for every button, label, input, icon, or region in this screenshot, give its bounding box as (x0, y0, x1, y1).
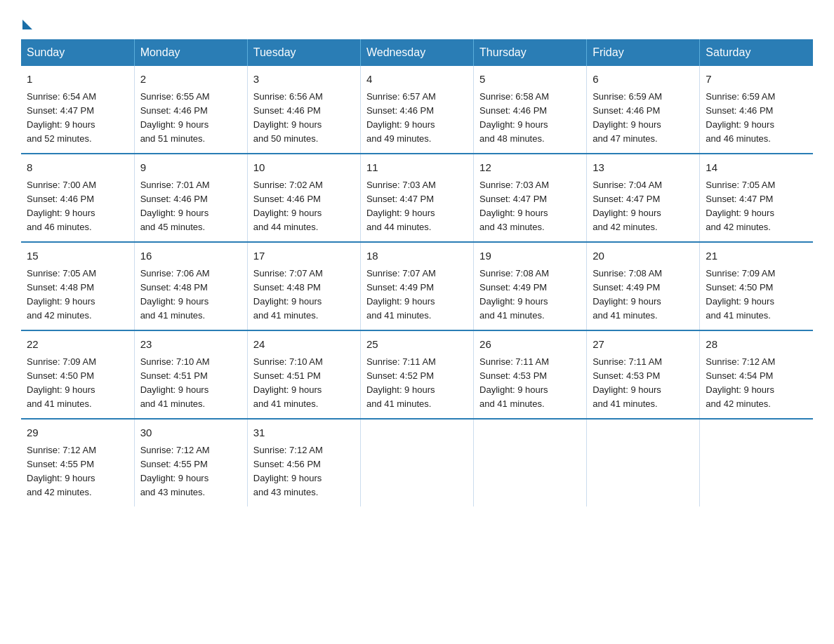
logo (21, 14, 32, 27)
calendar-cell: 12Sunrise: 7:03 AMSunset: 4:47 PMDayligh… (474, 154, 587, 242)
calendar-cell: 3Sunrise: 6:56 AMSunset: 4:46 PMDaylight… (247, 66, 360, 154)
column-header-monday: Monday (134, 39, 247, 66)
calendar-week-row: 22Sunrise: 7:09 AMSunset: 4:50 PMDayligh… (21, 330, 813, 419)
calendar-cell (700, 419, 813, 507)
day-info: Sunrise: 7:12 AMSunset: 4:55 PMDaylight:… (27, 443, 128, 500)
day-info: Sunrise: 7:05 AMSunset: 4:47 PMDaylight:… (706, 178, 807, 235)
day-number: 10 (253, 160, 355, 176)
day-number: 31 (253, 425, 355, 441)
calendar-cell: 29Sunrise: 7:12 AMSunset: 4:55 PMDayligh… (21, 419, 134, 507)
calendar-week-row: 29Sunrise: 7:12 AMSunset: 4:55 PMDayligh… (21, 419, 813, 507)
calendar-cell: 19Sunrise: 7:08 AMSunset: 4:49 PMDayligh… (474, 242, 587, 330)
day-info: Sunrise: 7:07 AMSunset: 4:49 PMDaylight:… (366, 267, 468, 323)
header-row: SundayMondayTuesdayWednesdayThursdayFrid… (21, 39, 813, 66)
day-number: 9 (140, 160, 241, 176)
calendar-body: 1Sunrise: 6:54 AMSunset: 4:47 PMDaylight… (21, 66, 813, 507)
day-info: Sunrise: 6:54 AMSunset: 4:47 PMDaylight:… (27, 90, 128, 147)
calendar-cell: 31Sunrise: 7:12 AMSunset: 4:56 PMDayligh… (247, 419, 360, 507)
day-info: Sunrise: 7:11 AMSunset: 4:53 PMDaylight:… (593, 355, 694, 412)
day-info: Sunrise: 7:01 AMSunset: 4:46 PMDaylight:… (140, 178, 241, 235)
day-info: Sunrise: 7:10 AMSunset: 4:51 PMDaylight:… (253, 355, 355, 412)
day-info: Sunrise: 6:59 AMSunset: 4:46 PMDaylight:… (593, 90, 694, 147)
day-info: Sunrise: 7:02 AMSunset: 4:46 PMDaylight:… (253, 178, 355, 235)
day-number: 21 (706, 248, 807, 264)
calendar-cell: 23Sunrise: 7:10 AMSunset: 4:51 PMDayligh… (134, 330, 247, 419)
day-number: 7 (706, 72, 807, 88)
day-info: Sunrise: 7:12 AMSunset: 4:55 PMDaylight:… (140, 443, 241, 500)
column-header-tuesday: Tuesday (247, 39, 360, 66)
logo-arrow-icon (22, 20, 32, 29)
calendar-cell: 1Sunrise: 6:54 AMSunset: 4:47 PMDaylight… (21, 66, 134, 154)
day-number: 28 (706, 337, 807, 353)
day-number: 3 (253, 72, 355, 88)
day-number: 22 (27, 337, 128, 353)
day-info: Sunrise: 7:08 AMSunset: 4:49 PMDaylight:… (479, 267, 581, 323)
column-header-thursday: Thursday (474, 39, 587, 66)
calendar-table: SundayMondayTuesdayWednesdayThursdayFrid… (21, 39, 813, 507)
day-info: Sunrise: 7:04 AMSunset: 4:47 PMDaylight:… (593, 178, 694, 235)
day-info: Sunrise: 6:55 AMSunset: 4:46 PMDaylight:… (140, 90, 241, 147)
day-number: 23 (140, 337, 241, 353)
calendar-cell: 2Sunrise: 6:55 AMSunset: 4:46 PMDaylight… (134, 66, 247, 154)
day-info: Sunrise: 6:58 AMSunset: 4:46 PMDaylight:… (479, 90, 581, 147)
calendar-cell: 11Sunrise: 7:03 AMSunset: 4:47 PMDayligh… (360, 154, 473, 242)
calendar-cell: 22Sunrise: 7:09 AMSunset: 4:50 PMDayligh… (21, 330, 134, 419)
calendar-cell (587, 419, 700, 507)
calendar-cell: 8Sunrise: 7:00 AMSunset: 4:46 PMDaylight… (21, 154, 134, 242)
calendar-cell: 25Sunrise: 7:11 AMSunset: 4:52 PMDayligh… (360, 330, 473, 419)
calendar-cell: 13Sunrise: 7:04 AMSunset: 4:47 PMDayligh… (587, 154, 700, 242)
day-info: Sunrise: 7:06 AMSunset: 4:48 PMDaylight:… (140, 267, 241, 323)
day-number: 13 (593, 160, 694, 176)
calendar-week-row: 8Sunrise: 7:00 AMSunset: 4:46 PMDaylight… (21, 154, 813, 242)
day-info: Sunrise: 7:03 AMSunset: 4:47 PMDaylight:… (366, 178, 468, 235)
day-number: 11 (366, 160, 468, 176)
day-info: Sunrise: 6:59 AMSunset: 4:46 PMDaylight:… (706, 90, 807, 147)
day-info: Sunrise: 7:09 AMSunset: 4:50 PMDaylight:… (706, 267, 807, 323)
calendar-cell: 7Sunrise: 6:59 AMSunset: 4:46 PMDaylight… (700, 66, 813, 154)
calendar-cell: 9Sunrise: 7:01 AMSunset: 4:46 PMDaylight… (134, 154, 247, 242)
day-info: Sunrise: 7:08 AMSunset: 4:49 PMDaylight:… (593, 267, 694, 323)
day-info: Sunrise: 7:03 AMSunset: 4:47 PMDaylight:… (479, 178, 581, 235)
day-number: 29 (27, 425, 128, 441)
day-number: 20 (593, 248, 694, 264)
calendar-cell: 20Sunrise: 7:08 AMSunset: 4:49 PMDayligh… (587, 242, 700, 330)
day-number: 14 (706, 160, 807, 176)
day-info: Sunrise: 7:10 AMSunset: 4:51 PMDaylight:… (140, 355, 241, 412)
calendar-cell: 17Sunrise: 7:07 AMSunset: 4:48 PMDayligh… (247, 242, 360, 330)
calendar-cell: 15Sunrise: 7:05 AMSunset: 4:48 PMDayligh… (21, 242, 134, 330)
calendar-cell: 26Sunrise: 7:11 AMSunset: 4:53 PMDayligh… (474, 330, 587, 419)
day-number: 2 (140, 72, 241, 88)
calendar-cell (474, 419, 587, 507)
calendar-cell (360, 419, 473, 507)
day-info: Sunrise: 7:09 AMSunset: 4:50 PMDaylight:… (27, 355, 128, 412)
day-info: Sunrise: 6:56 AMSunset: 4:46 PMDaylight:… (253, 90, 355, 147)
day-info: Sunrise: 7:11 AMSunset: 4:53 PMDaylight:… (479, 355, 581, 412)
day-number: 4 (366, 72, 468, 88)
day-number: 25 (366, 337, 468, 353)
day-info: Sunrise: 7:12 AMSunset: 4:56 PMDaylight:… (253, 443, 355, 500)
calendar-cell: 24Sunrise: 7:10 AMSunset: 4:51 PMDayligh… (247, 330, 360, 419)
day-number: 6 (593, 72, 694, 88)
column-header-sunday: Sunday (21, 39, 134, 66)
day-number: 27 (593, 337, 694, 353)
day-number: 15 (27, 248, 128, 264)
day-number: 26 (479, 337, 581, 353)
column-header-saturday: Saturday (700, 39, 813, 66)
day-number: 24 (253, 337, 355, 353)
calendar-cell: 5Sunrise: 6:58 AMSunset: 4:46 PMDaylight… (474, 66, 587, 154)
calendar-week-row: 15Sunrise: 7:05 AMSunset: 4:48 PMDayligh… (21, 242, 813, 330)
column-header-wednesday: Wednesday (360, 39, 473, 66)
column-header-friday: Friday (587, 39, 700, 66)
day-info: Sunrise: 6:57 AMSunset: 4:46 PMDaylight:… (366, 90, 468, 147)
page-header (21, 14, 813, 27)
calendar-week-row: 1Sunrise: 6:54 AMSunset: 4:47 PMDaylight… (21, 66, 813, 154)
calendar-cell: 16Sunrise: 7:06 AMSunset: 4:48 PMDayligh… (134, 242, 247, 330)
day-info: Sunrise: 7:00 AMSunset: 4:46 PMDaylight:… (27, 178, 128, 235)
calendar-cell: 18Sunrise: 7:07 AMSunset: 4:49 PMDayligh… (360, 242, 473, 330)
day-number: 1 (27, 72, 128, 88)
calendar-header: SundayMondayTuesdayWednesdayThursdayFrid… (21, 39, 813, 66)
calendar-cell: 14Sunrise: 7:05 AMSunset: 4:47 PMDayligh… (700, 154, 813, 242)
calendar-cell: 27Sunrise: 7:11 AMSunset: 4:53 PMDayligh… (587, 330, 700, 419)
calendar-cell: 6Sunrise: 6:59 AMSunset: 4:46 PMDaylight… (587, 66, 700, 154)
day-number: 8 (27, 160, 128, 176)
